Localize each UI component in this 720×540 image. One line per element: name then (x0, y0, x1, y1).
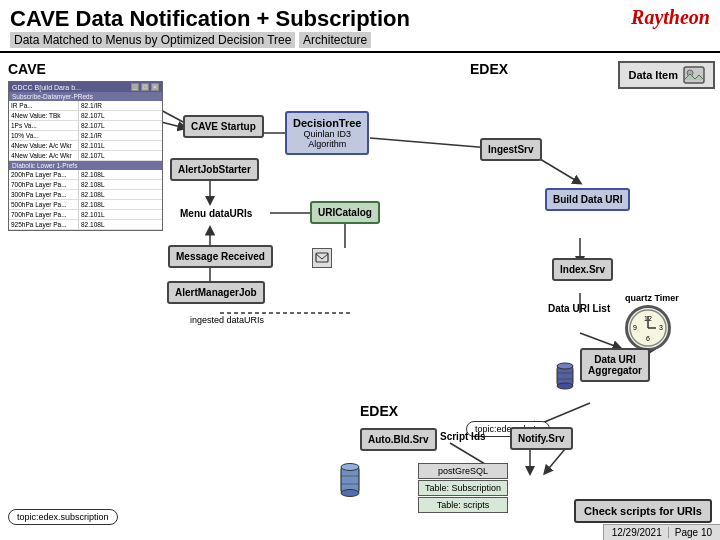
main-diagram: CAVE GDCC B[uild Dara b... _ □ × Subscri… (0, 53, 720, 533)
quartz-timer-container: quartz Timer 12 3 6 9 (625, 293, 679, 351)
message-icon (312, 248, 332, 268)
table-row: 200hPa Layer Pa...82.108L (9, 170, 162, 180)
topic-edex-subscription-label: topic:edex.subscription (8, 509, 118, 525)
table-subscription-box: Table: Subscription (418, 480, 508, 496)
svg-point-32 (557, 383, 573, 389)
cave-table-header: GDCC B[uild Dara b... _ □ × (9, 82, 162, 92)
header: CAVE Data Notification + Subscription Da… (0, 0, 720, 53)
edex-bottom-label: EDEX (360, 403, 398, 419)
alert-job-starter-box: AlertJobStarter (170, 158, 259, 181)
alert-manager-job-box: AlertManagerJob (167, 281, 265, 304)
table-row: 4New Value: TBk82.107L (9, 111, 162, 121)
decision-tree-box: DecisionTree Quinlan ID3 Algorithm (285, 111, 369, 155)
table-row: 4New Value: A/c Wkr82.101L (9, 141, 162, 151)
uri-catalog-box: URICatalog (310, 201, 380, 224)
page-title: CAVE Data Notification + Subscription (10, 6, 410, 32)
svg-point-36 (341, 464, 359, 471)
raytheon-logo: Raytheon (631, 6, 710, 29)
notify-srv-box: Notify.Srv (510, 427, 573, 450)
table-row: 4New Value: A/c Wkr82.107L (9, 151, 162, 161)
svg-text:9: 9 (633, 324, 637, 331)
table-row: 700hPa Layer Pa...82.108L (9, 180, 162, 190)
table-row: 700hPa Layer Pa...82.101L (9, 210, 162, 220)
postgre-sql-box: postGreSQL (418, 463, 508, 479)
close-icon[interactable]: × (151, 83, 159, 91)
svg-point-37 (341, 490, 359, 497)
svg-text:6: 6 (646, 335, 650, 342)
svg-text:3: 3 (659, 324, 663, 331)
header-left: CAVE Data Notification + Subscription Da… (10, 6, 410, 47)
barrel-icon (555, 361, 575, 395)
auto-bld-srv-box: Auto.Bld.Srv (360, 428, 437, 451)
svg-point-31 (557, 363, 573, 369)
svg-rect-21 (684, 67, 704, 83)
cave-section-subscribe: Subscribe-Datamyer-PReds (9, 92, 162, 101)
script-ids-label: Script Ids (440, 431, 486, 442)
check-scripts-box: Check scripts for URIs (574, 499, 712, 523)
edex-section-label: EDEX (470, 61, 508, 77)
table-row: 500hPa Layer Pa...82.108L (9, 200, 162, 210)
header-subtitle: Data Matched to Menus by Optimized Decis… (10, 32, 410, 47)
cave-data-table: GDCC B[uild Dara b... _ □ × Subscribe-Da… (8, 81, 163, 231)
message-received-box: Message Received (168, 245, 273, 268)
table-row: 925hPa Layer Pa...82.108L (9, 220, 162, 230)
cave-table-rows: Subscribe-Datamyer-PReds IR Pa...82.1/IR… (9, 92, 162, 230)
barrel-left-icon (340, 463, 362, 503)
svg-line-15 (370, 138, 490, 148)
maximize-icon[interactable]: □ (141, 83, 149, 91)
footer-page: Page 10 (668, 527, 712, 538)
svg-line-10 (580, 333, 620, 348)
index-srv-box: Index.Srv (552, 258, 613, 281)
architecture-badge: Architecture (299, 32, 371, 48)
svg-rect-20 (316, 253, 328, 262)
table-row: IR Pa...82.1/IR (9, 101, 162, 111)
data-uri-aggregator-box: Data URI Aggregator (580, 348, 650, 382)
postgre-sql-container: postGreSQL Table: Subscription Table: sc… (418, 463, 508, 513)
window-buttons: _ □ × (131, 83, 159, 91)
table-scripts-box: Table: scripts (418, 497, 508, 513)
data-item-box: Data Item (618, 61, 715, 89)
cave-section-label: CAVE (8, 61, 46, 77)
ingest-srv-box: IngestSrv (480, 138, 542, 161)
cave-startup-box: CAVE Startup (183, 115, 264, 138)
build-data-uri-box: Build Data URI (545, 188, 630, 211)
table-row: 300hPa Layer Pa...82.108L (9, 190, 162, 200)
data-uri-list-label: Data URI List (548, 303, 610, 314)
table-row: 10% Va...82.1/IR (9, 131, 162, 141)
footer-date: 12/29/2021 (612, 527, 662, 538)
ingested-data-uris-label: ingested dataURIs (190, 315, 264, 325)
quartz-timer-clock: 12 3 6 9 (625, 305, 671, 351)
footer: 12/29/2021 Page 10 (603, 524, 720, 540)
table-row: 1Ps Va...82.107L (9, 121, 162, 131)
cave-section-lower: Diabolic Lower 1-Prefs (9, 161, 162, 170)
menu-data-uris-label: Menu dataURIs (180, 208, 252, 219)
minimize-icon[interactable]: _ (131, 83, 139, 91)
